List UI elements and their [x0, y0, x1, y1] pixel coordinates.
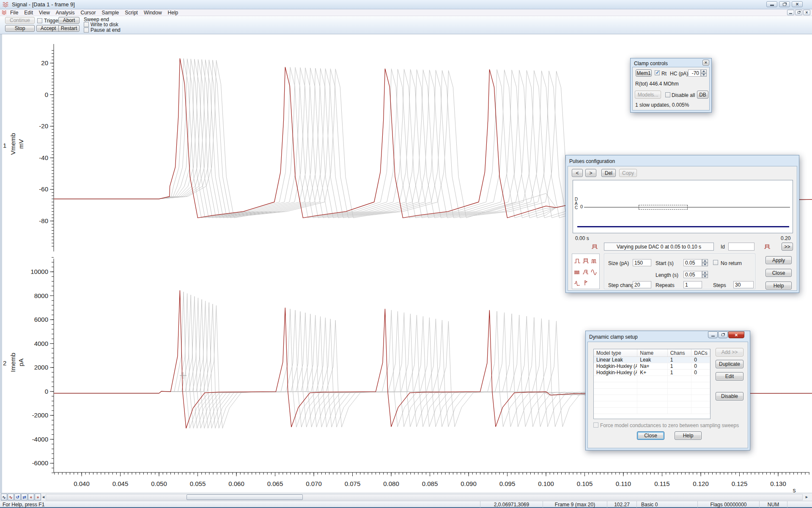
waveform-overdraw-icon[interactable]: ∿ [8, 494, 14, 500]
column-header-dacs[interactable]: DACs [691, 349, 710, 356]
scroll-left-icon[interactable]: ◄ [41, 495, 45, 499]
mdi-restore-button[interactable] [795, 10, 802, 15]
menu-cursor[interactable]: Cursor [78, 9, 99, 16]
table-row[interactable]: Hodgkin-Huxley (A/B)K+10 [594, 370, 710, 376]
menu-help[interactable]: Help [165, 9, 181, 16]
pulses-help-button[interactable]: Help [765, 282, 792, 290]
dc-disable-button[interactable]: Disable [716, 392, 743, 400]
pulse-next-button[interactable]: > [585, 169, 596, 177]
table-cell [668, 408, 692, 414]
length-field[interactable] [683, 271, 702, 278]
dac-number: 0 [580, 204, 583, 209]
stop-button[interactable]: Stop [5, 25, 35, 32]
pulse-display[interactable]: D A C 0 [573, 180, 793, 233]
pulses-configuration-dialog: Pulses configuration < > Del Copy D A C … [565, 155, 799, 293]
scroll-right-icon[interactable]: ► [805, 495, 809, 499]
table-row[interactable]: Hodgkin-Huxley (A/B)Na+10 [594, 363, 710, 370]
pulse-del-button[interactable]: Del [601, 169, 616, 177]
abort-button[interactable]: Abort [58, 17, 80, 24]
length-spinner[interactable] [702, 271, 708, 278]
pulse-time-start: 0.00 s [575, 235, 589, 241]
start-spinner[interactable] [702, 259, 708, 266]
svg-text:0.070: 0.070 [306, 480, 322, 487]
dc-edit-button[interactable]: Edit [716, 372, 743, 381]
restore-button[interactable] [779, 1, 790, 7]
scrollbar-thumb[interactable] [187, 494, 303, 500]
pulse-biphasic-icon[interactable] [573, 277, 582, 288]
start-field[interactable] [683, 259, 702, 266]
dc-close-button[interactable]: Close [637, 431, 664, 440]
table-cell [668, 376, 692, 382]
dc-add-button[interactable]: Add >> [716, 348, 743, 356]
models-button[interactable]: Models... [635, 91, 661, 99]
pulse-ramp-icon[interactable] [582, 266, 590, 277]
frame-next-icon[interactable]: » [35, 494, 41, 500]
hc-value-field[interactable] [688, 69, 701, 77]
pulse-selection-box[interactable] [639, 205, 688, 210]
column-header-name[interactable]: Name [637, 349, 667, 356]
menu-file[interactable]: File [7, 9, 21, 16]
pulse-more-button[interactable]: >> [782, 243, 793, 251]
mdi-close-button[interactable]: × [803, 10, 810, 15]
column-header-chans[interactable]: Chans [668, 349, 692, 356]
dc-help-button[interactable]: Help [675, 431, 702, 440]
no-return-checkbox[interactable] [713, 260, 718, 265]
column-header-model-type[interactable]: Model type [594, 349, 637, 356]
pulses-apply-button[interactable]: Apply [765, 256, 792, 264]
minimize-button[interactable] [766, 1, 777, 7]
hc-spinner[interactable] [701, 69, 707, 77]
menu-script[interactable]: Script [122, 9, 141, 16]
table-cell [594, 382, 637, 388]
trigger-checkbox[interactable] [37, 18, 42, 23]
rt-checkbox[interactable] [655, 70, 660, 75]
id-field[interactable] [728, 243, 754, 251]
dialog-minimize-button[interactable] [708, 331, 718, 338]
repeats-field[interactable] [683, 281, 702, 288]
pulse-sine-icon[interactable] [590, 266, 598, 277]
continue-button[interactable]: Continue [5, 17, 35, 24]
close-button[interactable]: × [792, 1, 803, 7]
pulse-type-palette [572, 254, 600, 289]
steps-field[interactable] [733, 281, 754, 288]
document-icon[interactable] [2, 10, 7, 15]
table-cell [637, 382, 667, 388]
dc-duplicate-button[interactable]: Duplicate [716, 360, 743, 368]
table-row[interactable]: Linear LeakLeak10 [594, 357, 710, 363]
models-table[interactable]: Model typeNameChansDACsLinear LeakLeak10… [593, 349, 710, 419]
accept-button[interactable]: Accept [36, 25, 60, 32]
size-field[interactable] [633, 259, 651, 266]
dialog-restore-button[interactable] [718, 331, 728, 338]
menu-window[interactable]: Window [141, 9, 165, 16]
svg-text:0.115: 0.115 [654, 480, 669, 487]
pulses-close-button[interactable]: Close [765, 269, 792, 277]
waveform-single-icon[interactable]: ∿ [1, 494, 7, 500]
force-zero-checkbox[interactable] [593, 422, 598, 428]
mdi-minimize-button[interactable] [787, 10, 794, 15]
frame-update-icon[interactable]: ↺ [14, 494, 21, 500]
dialog-close-button[interactable]: ✕ [728, 331, 744, 338]
menu-analysis[interactable]: Analysis [53, 9, 78, 16]
pulse-copy-button[interactable]: Copy [619, 169, 637, 177]
write-to-disk-checkbox[interactable] [84, 22, 89, 27]
frame-previous-icon[interactable]: « [28, 494, 34, 500]
menu-view[interactable]: View [36, 9, 53, 16]
pulse-square-icon[interactable] [573, 255, 582, 266]
disable-all-checkbox[interactable] [665, 92, 670, 97]
restart-button[interactable]: Restart [58, 25, 80, 32]
menu-edit[interactable]: Edit [21, 9, 36, 16]
svg-text:0.110: 0.110 [616, 480, 631, 487]
pulse-train-icon[interactable] [573, 266, 582, 277]
db-button[interactable]: DB [697, 91, 708, 99]
step-change-field[interactable] [633, 281, 651, 288]
frame-exchange-icon[interactable]: ⇄ [21, 494, 27, 500]
mem1-button[interactable]: Mem1 [636, 69, 652, 77]
clamp-close-icon[interactable]: ✕ [702, 60, 709, 66]
pulse-prev-button[interactable]: < [572, 169, 583, 177]
pulse-dual-icon[interactable] [590, 255, 598, 266]
pause-at-end-checkbox[interactable] [84, 28, 89, 33]
pulse-varying-icon[interactable] [582, 255, 590, 266]
horizontal-scrollbar[interactable] [46, 494, 803, 500]
table-row-empty [594, 408, 710, 414]
menu-sample[interactable]: Sample [99, 9, 122, 16]
pulse-marker-icon[interactable] [582, 277, 590, 288]
